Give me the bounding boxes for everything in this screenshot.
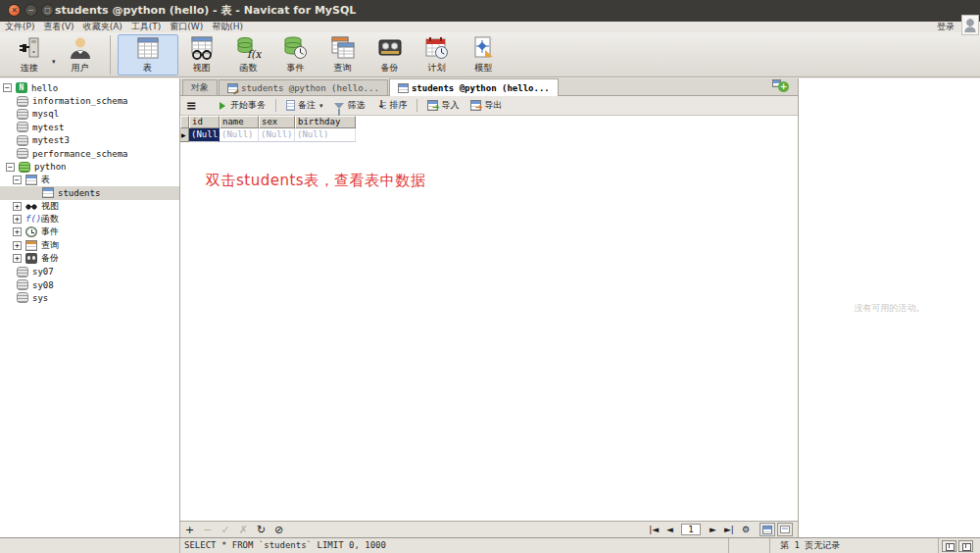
query-button[interactable]: 查询	[319, 34, 367, 75]
tree-item-information-schema[interactable]: information_schema	[0, 94, 179, 107]
note-button[interactable]: 备注 ▾	[280, 97, 329, 115]
user-button[interactable]: 用户	[58, 34, 103, 75]
backup-icon	[377, 35, 403, 62]
discard-changes-button[interactable]: ✗	[239, 523, 248, 537]
backup-button[interactable]: 备份	[367, 34, 414, 75]
connection-button[interactable]: 连接	[5, 34, 54, 75]
first-page-button[interactable]: |◄	[649, 523, 659, 537]
tab-bar: 对象 students @python (hello... students @…	[180, 78, 798, 96]
last-page-button[interactable]: ►|	[724, 523, 734, 537]
row-marker[interactable]	[180, 128, 189, 142]
window-close-button[interactable]: ✕	[8, 4, 21, 17]
tree-item-mytest3[interactable]: mytest3	[0, 134, 179, 147]
tree-item-mytest[interactable]: mytest	[0, 121, 179, 133]
tree-item-sys[interactable]: sys	[0, 291, 179, 304]
grid-menu-icon[interactable]: ≡	[186, 98, 197, 113]
form-view-toggle[interactable]	[777, 523, 793, 536]
table-icon	[42, 187, 54, 198]
page-number-input[interactable]: 1	[681, 524, 701, 535]
tree-label: sy08	[32, 280, 54, 290]
settings-gear-button[interactable]: ⚙	[742, 523, 750, 537]
begin-transaction-button[interactable]: 开始事务	[211, 97, 271, 115]
grid-view-toggle[interactable]	[760, 523, 775, 536]
expand-icon[interactable]	[13, 241, 22, 250]
expand-icon[interactable]	[13, 215, 22, 224]
export-button[interactable]: 导出	[465, 97, 508, 115]
event-button[interactable]: 事件	[272, 34, 319, 75]
tree-label: mytest3	[32, 135, 70, 145]
stop-button[interactable]: ⊘	[274, 523, 283, 537]
connection-dropdown-caret[interactable]: ▾	[52, 58, 56, 66]
model-button[interactable]: 模型	[461, 34, 508, 75]
function-button[interactable]: f(x) 函数	[225, 34, 272, 75]
tree-item-functions[interactable]: 函数	[0, 213, 179, 226]
tree-item-python[interactable]: python	[0, 160, 179, 173]
apply-changes-button[interactable]: ✓	[220, 523, 229, 537]
user-label: 用户	[72, 62, 89, 75]
tree-item-views[interactable]: 视图	[0, 200, 179, 213]
column-header-id[interactable]: id	[189, 116, 220, 128]
tree-item-events[interactable]: 事件	[0, 226, 179, 238]
collapse-icon[interactable]	[6, 163, 15, 172]
toolbar-separator	[110, 35, 111, 75]
delete-record-button[interactable]: −	[203, 523, 212, 537]
function-label: 函数	[240, 62, 258, 75]
menu-favorites[interactable]: 收藏夹(A)	[83, 22, 122, 32]
column-header-sex[interactable]: sex	[259, 116, 295, 128]
cell-id[interactable]: (Null)	[189, 128, 220, 142]
cell-sex[interactable]: (Null)	[259, 128, 295, 142]
tree-item-queries[interactable]: 查询	[0, 239, 179, 252]
refresh-button[interactable]: ↻	[257, 523, 266, 537]
window-maximize-button[interactable]: ◻	[41, 4, 54, 17]
column-header-name[interactable]: name	[220, 116, 259, 128]
prev-page-button[interactable]: ◄	[666, 523, 673, 537]
note-dropdown-caret[interactable]: ▾	[319, 102, 323, 110]
tables-icon	[25, 175, 37, 185]
login-link[interactable]: 登录	[937, 22, 955, 32]
menu-tools[interactable]: 工具(T)	[131, 22, 162, 32]
tree-item-tables[interactable]: 表	[0, 174, 179, 186]
row-selector-header	[180, 116, 189, 128]
menu-file[interactable]: 文件(P)	[5, 22, 34, 32]
import-button[interactable]: 导入	[421, 97, 465, 115]
tree-item-sy07[interactable]: sy07	[0, 265, 179, 277]
tree-item-hello[interactable]: hello	[0, 81, 179, 94]
column-header-birthday[interactable]: birthday	[295, 116, 356, 128]
tab-open-table[interactable]: students @python (hello...	[389, 78, 559, 96]
menu-window[interactable]: 窗口(W)	[170, 22, 203, 32]
database-icon	[17, 279, 28, 290]
window-minimize-button[interactable]: −	[24, 4, 37, 17]
tree-item-students[interactable]: students	[0, 186, 179, 199]
toggle-right-pane-button[interactable]	[958, 540, 973, 552]
tab-objects[interactable]: 对象	[182, 79, 218, 95]
status-segment-empty	[0, 538, 180, 553]
tab-design-table[interactable]: students @python (hello...	[219, 79, 388, 95]
expand-icon[interactable]	[13, 254, 22, 263]
tree-item-mysql[interactable]: mysql	[0, 108, 179, 121]
menu-help[interactable]: 帮助(H)	[212, 22, 243, 32]
add-record-button[interactable]: +	[185, 523, 194, 537]
tree-item-performance-schema[interactable]: performance_schema	[0, 147, 179, 160]
toggle-left-pane-button[interactable]	[942, 540, 956, 552]
tree-label: 事件	[41, 226, 59, 238]
user-account-button[interactable]	[961, 15, 979, 35]
expand-icon[interactable]	[13, 202, 22, 211]
table-button[interactable]: 表	[118, 34, 178, 75]
new-tab-button[interactable]: +	[770, 79, 792, 94]
collapse-icon[interactable]	[13, 176, 22, 184]
cell-birthday[interactable]: (Null)	[295, 128, 356, 142]
menu-view[interactable]: 查看(V)	[43, 22, 74, 32]
schedule-button[interactable]: 计划	[414, 34, 461, 75]
tree-item-sy08[interactable]: sy08	[0, 278, 179, 291]
tree-item-backups[interactable]: 备份	[0, 252, 179, 265]
next-page-button[interactable]: ►	[710, 523, 716, 537]
collapse-icon[interactable]	[3, 83, 12, 92]
begin-transaction-icon	[217, 100, 227, 111]
tree-label: mytest	[32, 123, 65, 132]
function-icon: f(x)	[236, 35, 262, 62]
view-button[interactable]: 视图	[178, 34, 225, 75]
filter-button[interactable]: 筛选	[328, 97, 370, 115]
cell-name[interactable]: (Null)	[220, 128, 259, 142]
expand-icon[interactable]	[13, 227, 22, 236]
sort-button[interactable]: 排序	[370, 97, 413, 115]
